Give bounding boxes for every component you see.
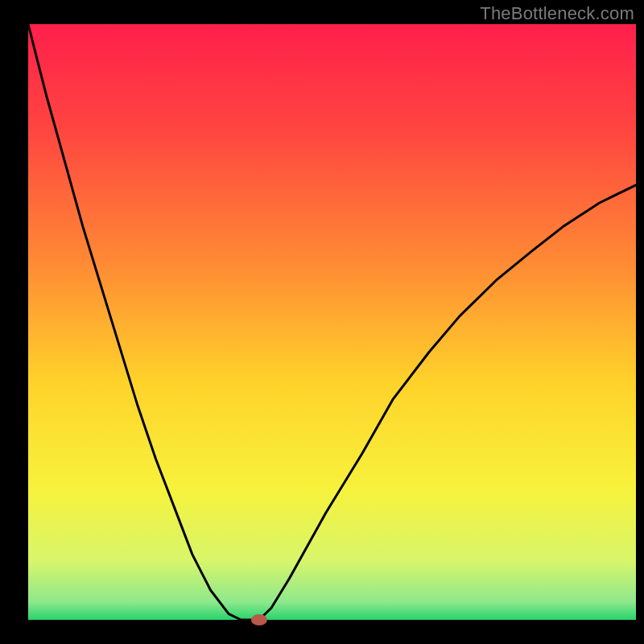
chart-frame: TheBottleneck.com [0,0,644,644]
bottleneck-chart [0,0,644,644]
watermark-text: TheBottleneck.com [480,3,634,24]
plot-background [28,24,636,620]
optimal-point-marker [251,614,267,625]
